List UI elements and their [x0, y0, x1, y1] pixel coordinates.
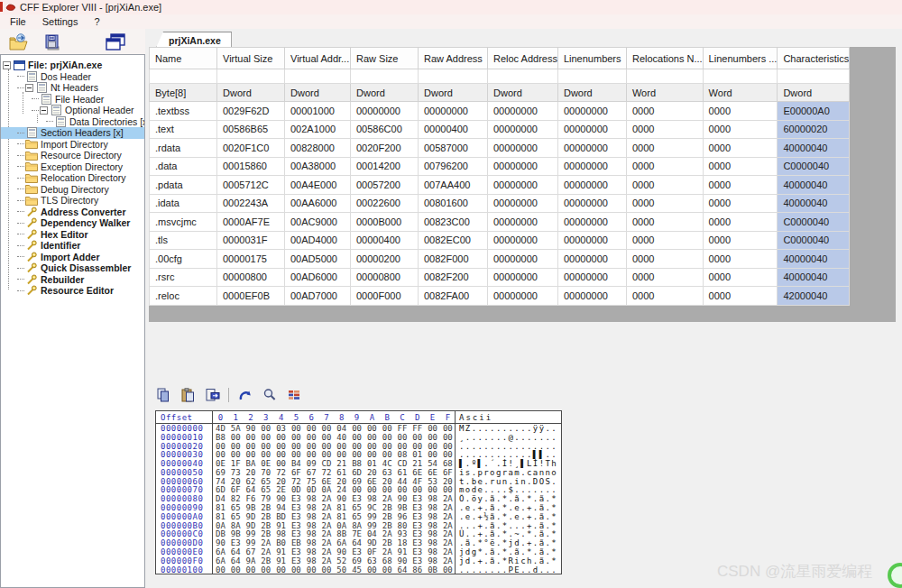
- hex-row-000000B0[interactable]: 000000B00A8A9D2B91E3982A0A8A992B80E3982A…: [156, 521, 561, 530]
- window-manager-icon[interactable]: [103, 32, 126, 53]
- column-header-virtual-size[interactable]: Virtual Size: [217, 48, 285, 69]
- app-icon: [5, 3, 16, 13]
- copy-icon[interactable]: [155, 387, 171, 403]
- header-gap-cell: [419, 69, 488, 84]
- column-header-linenumbers[interactable]: Linenumbers ...: [703, 48, 778, 69]
- type-cell: Dword: [778, 84, 850, 102]
- collapse-toggle-icon[interactable]: [40, 106, 48, 115]
- tree-item-label: Import Adder: [41, 252, 100, 262]
- menu-item-[interactable]: ?: [86, 15, 107, 29]
- hex-row-00000020[interactable]: 0000002000000000000000000000000000000000…: [156, 442, 561, 451]
- tree-item-relocation-directory[interactable]: Relocation Directory: [1, 172, 144, 184]
- column-header-linenumbers[interactable]: Linenumbers: [557, 48, 626, 69]
- tree-item-resource-editor[interactable]: Resource Editor: [1, 285, 144, 297]
- tree-item-dos-header[interactable]: Dos Header: [1, 71, 144, 83]
- cell: 0000AF7E: [217, 213, 285, 232]
- section-row-tls[interactable]: .tls0000031F00AD4000000004000082EC000000…: [150, 231, 850, 250]
- hex-row-00000000[interactable]: 000000004D5A90000300000004000000FFFF0000…: [156, 424, 561, 433]
- section-row-rsrc[interactable]: .rsrc0000080000AD6000000008000082F200000…: [150, 268, 850, 287]
- hex-bytes: 90E3992AB0EB982A6A649D2B18E3982A: [212, 538, 456, 547]
- hex-row-00000060[interactable]: 00000060742062652072756E20696E20444F5320…: [156, 477, 561, 486]
- search-icon[interactable]: [262, 387, 278, 403]
- hex-row-00000050[interactable]: 0000005069732070726F6772616D2063616E6E6F…: [156, 468, 561, 477]
- hex-row-000000F0[interactable]: 000000F06A649A2B91E3982A5269636890E3982A…: [156, 556, 561, 565]
- hex-row-00000090[interactable]: 0000009081659B2B94E3982A81659C2B9BE3982A…: [156, 503, 561, 512]
- cell: 0000: [626, 231, 703, 250]
- hex-ascii: .e.+½ã.*.e.+.ã.*: [456, 512, 561, 521]
- tree-item-optional-header[interactable]: Optional Header: [1, 105, 144, 116]
- cell: 0000: [626, 120, 703, 139]
- section-row-00cfg[interactable]: .00cfg0000017500AD5000000002000082F00000…: [150, 250, 850, 269]
- tree-item-quick-disassembler[interactable]: Quick Disassembler: [1, 262, 144, 274]
- menu-item-file[interactable]: File: [2, 15, 34, 29]
- tree-item-debug-directory[interactable]: Debug Directory: [1, 184, 144, 196]
- hex-row-00000040[interactable]: 000000400E1FBA0E00B409CD21B8014CCD215468…: [156, 459, 561, 468]
- section-row-idata[interactable]: .idata0002243A00AA6000000226000080160000…: [150, 194, 850, 213]
- hex-row-000000C0[interactable]: 000000C0DB9B992B98E3982A8B7E042A93E3982A…: [156, 530, 561, 539]
- menu-item-settings[interactable]: Settings: [34, 15, 87, 29]
- section-row-textbss[interactable]: .textbss0029F62D000010000000000000000000…: [150, 102, 850, 121]
- tree-item-dependency-walker[interactable]: Dependency Walker: [1, 217, 144, 229]
- tree-item-import-directory[interactable]: Import Directory: [1, 139, 144, 151]
- section-row-pdata[interactable]: .pdata0005712C00A4E00000057200007AA40000…: [150, 176, 850, 195]
- tree-item-label: File: prjXiAn.exe: [28, 60, 102, 70]
- settings-icon[interactable]: [286, 387, 302, 403]
- tree-guide-dash: [17, 143, 24, 144]
- column-header-raw-address[interactable]: Raw Address: [419, 48, 488, 69]
- tree-item-identifier[interactable]: Identifier: [1, 240, 144, 252]
- collapse-toggle-icon[interactable]: [25, 84, 33, 92]
- column-header-name[interactable]: Name: [150, 48, 217, 69]
- tree-item-section-headers-x[interactable]: Section Headers [x]: [1, 127, 144, 139]
- cell: 00000000: [488, 157, 558, 176]
- hex-view[interactable]: Offset 0123456789ABCDEF Ascii 000000004D…: [155, 410, 562, 574]
- main-toolbar: [0, 29, 145, 54]
- tree-item-data-directories-x[interactable]: Data Directories [x]: [1, 116, 144, 128]
- paste-icon[interactable]: [179, 387, 196, 403]
- hex-row-00000030[interactable]: 0000003000000000000000000000000008010000…: [156, 450, 561, 459]
- tree-item-rebuilder[interactable]: Rebuilder: [1, 274, 144, 286]
- hex-row-000000E0[interactable]: 000000E06A64672A91E3982A90E30F2A91E3982A…: [156, 547, 561, 556]
- section-row-data[interactable]: .data0001586000A380000001420000796200000…: [150, 157, 850, 176]
- hex-row-00000100[interactable]: 0000010000000000000000005045000064860B00…: [156, 565, 561, 574]
- tree-guide-dash: [17, 200, 24, 201]
- hex-row-000000A0[interactable]: 000000A081659D2BBDE3982A8165992B96E3982A…: [156, 512, 561, 521]
- tree-item-address-converter[interactable]: Address Converter: [1, 207, 144, 218]
- cell: 00057200: [351, 176, 419, 195]
- save-file-icon[interactable]: [40, 32, 63, 53]
- tree-item-file-header[interactable]: File Header: [1, 94, 144, 106]
- column-header-raw-size[interactable]: Raw Size: [351, 48, 419, 69]
- tree-guide-dash: [17, 234, 24, 234]
- tree-item-import-adder[interactable]: Import Adder: [1, 252, 144, 263]
- hex-row-00000080[interactable]: 00000080D482F67990E3982A90E3982A90E3982A…: [156, 494, 561, 503]
- tree-item-label: Rebuilder: [41, 274, 84, 285]
- tree-item-file-prjxian-exe[interactable]: File: prjXiAn.exe: [1, 60, 144, 71]
- write-icon[interactable]: [204, 387, 220, 403]
- column-header-reloc-address[interactable]: Reloc Address: [488, 48, 558, 69]
- tree-item-tls-directory[interactable]: TLS Directory: [1, 195, 144, 207]
- open-file-icon[interactable]: [7, 32, 31, 53]
- section-row-msvcjmc[interactable]: .msvcjmc0000AF7E00AC90000000B00000823C00…: [150, 213, 850, 232]
- column-header-characteristics[interactable]: Characteristics: [778, 48, 850, 69]
- collapse-toggle-icon[interactable]: [3, 61, 11, 69]
- hex-ascii: .e.+.ã.*.e.+.ã.*: [456, 503, 561, 512]
- tree-item-nt-headers[interactable]: Nt Headers: [1, 82, 144, 94]
- goto-offset-icon[interactable]: [237, 387, 253, 403]
- column-header-virtual-addr[interactable]: Virtual Addr...: [285, 48, 351, 69]
- hex-row-00000010[interactable]: 00000010B8000000000000004000000000000000…: [156, 433, 561, 442]
- hex-row-00000070[interactable]: 000000706D6F64652E0D0D0A2400000000000000…: [156, 486, 561, 495]
- cell: 40000040: [778, 194, 850, 213]
- tree-item-resource-directory[interactable]: Resource Directory: [1, 150, 144, 161]
- section-row-rdata[interactable]: .rdata0020F1C0008280000020F2000058700000…: [150, 139, 850, 158]
- cell: 0029F62D: [217, 102, 285, 121]
- column-header-relocations-n[interactable]: Relocations N...: [626, 48, 703, 69]
- header-gap-cell: [351, 69, 419, 84]
- section-row-reloc[interactable]: .reloc0000EF0B00AD70000000F0000082FA0000…: [150, 287, 850, 306]
- type-cell: Dword: [285, 84, 351, 102]
- tree-item-exception-directory[interactable]: Exception Directory: [1, 161, 144, 173]
- floating-action-dot[interactable]: [888, 563, 902, 588]
- file-tab[interactable]: prjXiAn.exe: [156, 32, 232, 48]
- hex-row-000000D0[interactable]: 000000D090E3992AB0EB982A6A649D2B18E3982A…: [156, 538, 561, 547]
- section-row-text[interactable]: .text00586B65002A100000586C0000000400000…: [150, 120, 850, 139]
- tree-item-hex-editor[interactable]: Hex Editor: [1, 229, 144, 241]
- section-headers-table[interactable]: NameVirtual SizeVirtual Addr...Raw SizeR…: [149, 47, 850, 306]
